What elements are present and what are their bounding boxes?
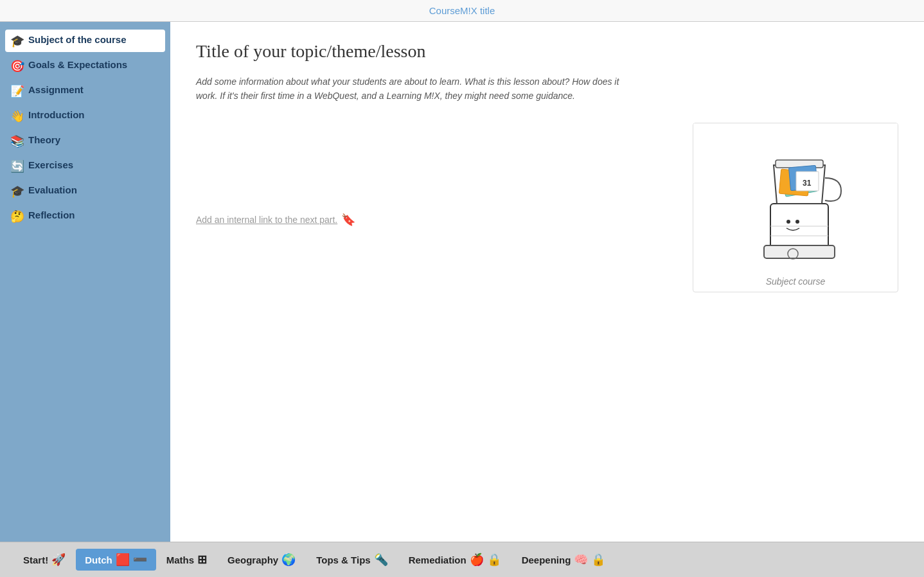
footer-label-geography: Geography: [227, 555, 278, 565]
content-area: Title of your topic/theme/lesson Add som…: [170, 22, 924, 542]
footer: Start!🚀Dutch🟥➖Maths⊞Geography🌍Tops & Tip…: [0, 542, 924, 577]
sidebar-item-reflection[interactable]: 🤔Reflection: [5, 205, 165, 227]
footer-icon-deepening: 🧠: [574, 553, 588, 567]
sidebar-label-introduction: Introduction: [28, 109, 84, 121]
app-header: CourseM!X title: [0, 0, 924, 22]
footer-label-tops-tips: Tops & Tips: [316, 555, 370, 565]
subject-image: 31: [693, 123, 898, 271]
sidebar: 🎓Subject of the course🎯Goals & Expectati…: [0, 22, 170, 542]
footer-icon-start: 🚀: [51, 553, 66, 567]
sidebar-icon-introduction: 👋: [10, 109, 24, 123]
sidebar-icon-goals: 🎯: [10, 59, 24, 73]
footer-label-deepening: Deepening: [522, 555, 571, 565]
content-description: Add some information about what your stu…: [196, 75, 633, 103]
sidebar-label-assignment: Assignment: [28, 84, 84, 96]
sidebar-item-subject[interactable]: 🎓Subject of the course: [5, 30, 165, 52]
svg-point-10: [795, 220, 799, 224]
content-right: 31 Subject course: [693, 123, 898, 292]
subject-image-container: 31 Subject course: [693, 123, 898, 292]
sidebar-icon-reflection: 🤔: [10, 209, 24, 224]
content-left: Add an internal link to the next part. 🔖: [196, 123, 673, 292]
footer-item-deepening[interactable]: Deepening🧠🔒: [511, 553, 616, 567]
footer-label-dutch: Dutch: [85, 555, 112, 565]
sidebar-label-evaluation: Evaluation: [28, 184, 77, 197]
footer-label-remediation: Remediation: [409, 555, 466, 565]
footer-item-maths[interactable]: Maths⊞: [156, 553, 217, 567]
sidebar-icon-subject: 🎓: [10, 34, 24, 48]
footer-icon2-remediation: 🔒: [487, 553, 501, 567]
footer-item-tops-tips[interactable]: Tops & Tips🔦: [306, 553, 398, 567]
header-title-link[interactable]: CourseM!X title: [429, 5, 495, 16]
header-title: CourseM!X title: [429, 5, 495, 16]
footer-icon-tops-tips: 🔦: [374, 553, 388, 567]
footer-icon-dutch: 🟥: [116, 553, 130, 567]
sidebar-item-assignment[interactable]: 📝Assignment: [5, 80, 165, 102]
svg-rect-1: [764, 245, 835, 258]
sidebar-label-subject: Subject of the course: [28, 33, 127, 46]
sidebar-item-evaluation[interactable]: 🎓Evaluation: [5, 180, 165, 202]
sidebar-item-goals[interactable]: 🎯Goals & Expectations: [5, 55, 165, 77]
footer-item-dutch[interactable]: Dutch🟥➖: [76, 549, 156, 571]
sidebar-icon-exercises: 🔄: [10, 159, 24, 173]
svg-text:31: 31: [803, 179, 812, 188]
sidebar-label-theory: Theory: [28, 134, 60, 146]
sidebar-icon-assignment: 📝: [10, 84, 24, 98]
footer-icon2-dutch: ➖: [133, 553, 147, 567]
sidebar-item-theory[interactable]: 📚Theory: [5, 130, 165, 152]
footer-label-maths: Maths: [166, 555, 194, 565]
sidebar-item-exercises[interactable]: 🔄Exercises: [5, 155, 165, 177]
sidebar-label-exercises: Exercises: [28, 159, 73, 172]
internal-link-container: Add an internal link to the next part. 🔖: [196, 213, 673, 227]
footer-item-start[interactable]: Start!🚀: [13, 553, 76, 567]
footer-label-start: Start!: [23, 555, 48, 565]
sidebar-icon-theory: 📚: [10, 134, 24, 148]
footer-item-geography[interactable]: Geography🌍: [217, 553, 306, 567]
footer-icon-maths: ⊞: [197, 553, 207, 567]
footer-icon-remediation: 🍎: [470, 553, 484, 567]
sidebar-label-goals: Goals & Expectations: [28, 58, 127, 71]
image-caption: Subject course: [693, 271, 898, 292]
content-body: Add an internal link to the next part. 🔖: [196, 123, 898, 292]
sidebar-icon-evaluation: 🎓: [10, 184, 24, 199]
footer-item-remediation[interactable]: Remediation🍎🔒: [398, 553, 511, 567]
footer-icon-geography: 🌍: [281, 553, 296, 567]
link-arrow-icon: 🔖: [341, 213, 355, 227]
svg-point-9: [786, 220, 790, 224]
main-layout: 🎓Subject of the course🎯Goals & Expectati…: [0, 22, 924, 542]
sidebar-label-reflection: Reflection: [28, 209, 75, 222]
footer-icon2-deepening: 🔒: [591, 553, 605, 567]
sidebar-item-introduction[interactable]: 👋Introduction: [5, 105, 165, 127]
internal-link[interactable]: Add an internal link to the next part.: [196, 215, 337, 225]
page-title: Title of your topic/theme/lesson: [196, 41, 898, 62]
